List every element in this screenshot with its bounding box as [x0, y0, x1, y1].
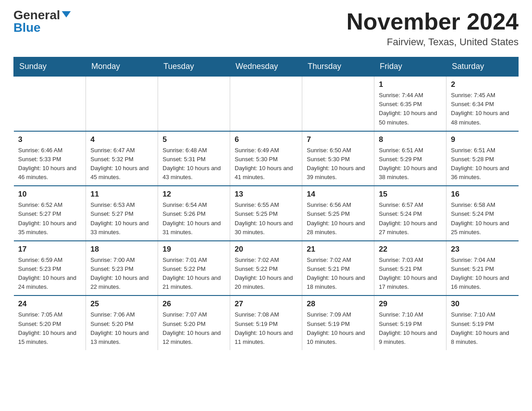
day-info: Sunrise: 7:02 AM Sunset: 5:21 PM Dayligh…: [307, 256, 369, 292]
month-title: November 2024: [347, 9, 519, 34]
title-section: November 2024 Fairview, Texas, United St…: [347, 9, 519, 48]
day-of-week-header: Sunday: [14, 57, 86, 77]
day-info: Sunrise: 7:01 AM Sunset: 5:22 PM Dayligh…: [163, 256, 225, 292]
day-number: 4: [90, 135, 153, 144]
day-info: Sunrise: 7:05 AM Sunset: 5:20 PM Dayligh…: [18, 310, 82, 347]
calendar-day-cell: 14Sunrise: 6:56 AM Sunset: 5:25 PM Dayli…: [302, 186, 374, 241]
day-of-week-header: Saturday: [446, 57, 519, 77]
calendar-day-cell: 20Sunrise: 7:02 AM Sunset: 5:22 PM Dayli…: [230, 241, 302, 296]
calendar-day-cell: 25Sunrise: 7:06 AM Sunset: 5:20 PM Dayli…: [86, 295, 158, 350]
day-info: Sunrise: 6:52 AM Sunset: 5:27 PM Dayligh…: [18, 201, 82, 237]
calendar-day-cell: 3Sunrise: 6:46 AM Sunset: 5:33 PM Daylig…: [14, 131, 86, 186]
location-title: Fairview, Texas, United States: [347, 36, 519, 48]
day-number: 19: [163, 245, 225, 254]
day-number: 17: [18, 245, 82, 254]
day-number: 12: [163, 190, 225, 199]
calendar-day-cell: 15Sunrise: 6:57 AM Sunset: 5:24 PM Dayli…: [374, 186, 446, 241]
day-number: 27: [235, 300, 297, 308]
calendar-week-row: 10Sunrise: 6:52 AM Sunset: 5:27 PM Dayli…: [14, 186, 519, 241]
day-info: Sunrise: 6:54 AM Sunset: 5:26 PM Dayligh…: [163, 201, 225, 237]
page-header: General Blue November 2024 Fairview, Tex…: [13, 9, 519, 48]
day-number: 29: [379, 300, 442, 308]
calendar-day-cell: 18Sunrise: 7:00 AM Sunset: 5:23 PM Dayli…: [86, 241, 158, 296]
calendar-day-cell: [302, 76, 374, 131]
day-number: 11: [90, 190, 153, 199]
day-info: Sunrise: 6:46 AM Sunset: 5:33 PM Dayligh…: [18, 146, 82, 182]
calendar-day-cell: 1Sunrise: 7:44 AM Sunset: 6:35 PM Daylig…: [374, 76, 446, 131]
calendar-day-cell: 5Sunrise: 6:48 AM Sunset: 5:31 PM Daylig…: [158, 131, 230, 186]
day-number: 26: [163, 300, 225, 308]
calendar-table: SundayMondayTuesdayWednesdayThursdayFrid…: [13, 57, 519, 350]
calendar-day-cell: 28Sunrise: 7:09 AM Sunset: 5:19 PM Dayli…: [302, 295, 374, 350]
calendar-day-cell: 29Sunrise: 7:10 AM Sunset: 5:19 PM Dayli…: [374, 295, 446, 350]
logo-blue-text: Blue: [13, 21, 41, 34]
day-number: 16: [451, 190, 514, 199]
calendar-day-cell: 2Sunrise: 7:45 AM Sunset: 6:34 PM Daylig…: [446, 76, 519, 131]
calendar-day-cell: 4Sunrise: 6:47 AM Sunset: 5:32 PM Daylig…: [86, 131, 158, 186]
day-number: 22: [379, 245, 442, 254]
day-info: Sunrise: 7:02 AM Sunset: 5:22 PM Dayligh…: [235, 256, 297, 292]
calendar-week-row: 3Sunrise: 6:46 AM Sunset: 5:33 PM Daylig…: [14, 131, 519, 186]
day-number: 15: [379, 190, 442, 199]
day-number: 2: [451, 80, 514, 89]
calendar-day-cell: 8Sunrise: 6:51 AM Sunset: 5:29 PM Daylig…: [374, 131, 446, 186]
day-info: Sunrise: 7:03 AM Sunset: 5:21 PM Dayligh…: [379, 256, 442, 292]
calendar-day-cell: 13Sunrise: 6:55 AM Sunset: 5:25 PM Dayli…: [230, 186, 302, 241]
day-number: 21: [307, 245, 369, 254]
calendar-day-cell: 26Sunrise: 7:07 AM Sunset: 5:20 PM Dayli…: [158, 295, 230, 350]
day-of-week-header: Monday: [86, 57, 158, 77]
day-info: Sunrise: 7:07 AM Sunset: 5:20 PM Dayligh…: [163, 310, 225, 347]
day-info: Sunrise: 7:45 AM Sunset: 6:34 PM Dayligh…: [451, 91, 514, 127]
day-info: Sunrise: 6:55 AM Sunset: 5:25 PM Dayligh…: [235, 201, 297, 237]
calendar-day-cell: 9Sunrise: 6:51 AM Sunset: 5:28 PM Daylig…: [446, 131, 519, 186]
day-of-week-header: Tuesday: [158, 57, 230, 77]
calendar-day-cell: [230, 76, 302, 131]
calendar-day-cell: 22Sunrise: 7:03 AM Sunset: 5:21 PM Dayli…: [374, 241, 446, 296]
calendar-day-cell: 23Sunrise: 7:04 AM Sunset: 5:21 PM Dayli…: [446, 241, 519, 296]
day-info: Sunrise: 6:50 AM Sunset: 5:30 PM Dayligh…: [307, 146, 369, 182]
calendar-day-cell: [158, 76, 230, 131]
calendar-header-row: SundayMondayTuesdayWednesdayThursdayFrid…: [14, 57, 519, 77]
day-number: 24: [18, 300, 82, 308]
day-number: 7: [307, 135, 369, 144]
day-info: Sunrise: 7:10 AM Sunset: 5:19 PM Dayligh…: [451, 310, 514, 347]
logo: General Blue: [13, 9, 71, 34]
calendar-day-cell: 11Sunrise: 6:53 AM Sunset: 5:27 PM Dayli…: [86, 186, 158, 241]
calendar-week-row: 17Sunrise: 6:59 AM Sunset: 5:23 PM Dayli…: [14, 241, 519, 296]
day-info: Sunrise: 6:51 AM Sunset: 5:28 PM Dayligh…: [451, 146, 514, 182]
day-number: 8: [379, 135, 442, 144]
day-number: 30: [451, 300, 514, 308]
day-number: 14: [307, 190, 369, 199]
day-info: Sunrise: 6:47 AM Sunset: 5:32 PM Dayligh…: [90, 146, 153, 182]
logo-general-text: General: [13, 9, 60, 21]
day-info: Sunrise: 6:57 AM Sunset: 5:24 PM Dayligh…: [379, 201, 442, 237]
calendar-week-row: 1Sunrise: 7:44 AM Sunset: 6:35 PM Daylig…: [14, 76, 519, 131]
calendar-day-cell: 16Sunrise: 6:58 AM Sunset: 5:24 PM Dayli…: [446, 186, 519, 241]
calendar-day-cell: 30Sunrise: 7:10 AM Sunset: 5:19 PM Dayli…: [446, 295, 519, 350]
calendar-day-cell: 19Sunrise: 7:01 AM Sunset: 5:22 PM Dayli…: [158, 241, 230, 296]
day-number: 1: [379, 80, 442, 89]
day-number: 20: [235, 245, 297, 254]
day-info: Sunrise: 7:09 AM Sunset: 5:19 PM Dayligh…: [307, 310, 369, 347]
calendar-day-cell: [86, 76, 158, 131]
calendar-day-cell: 21Sunrise: 7:02 AM Sunset: 5:21 PM Dayli…: [302, 241, 374, 296]
day-number: 23: [451, 245, 514, 254]
day-info: Sunrise: 6:49 AM Sunset: 5:30 PM Dayligh…: [235, 146, 297, 182]
calendar-day-cell: 24Sunrise: 7:05 AM Sunset: 5:20 PM Dayli…: [14, 295, 86, 350]
day-info: Sunrise: 7:10 AM Sunset: 5:19 PM Dayligh…: [379, 310, 442, 347]
day-number: 5: [163, 135, 225, 144]
day-info: Sunrise: 7:00 AM Sunset: 5:23 PM Dayligh…: [90, 256, 153, 292]
day-number: 6: [235, 135, 297, 144]
day-number: 9: [451, 135, 514, 144]
calendar-day-cell: 10Sunrise: 6:52 AM Sunset: 5:27 PM Dayli…: [14, 186, 86, 241]
day-info: Sunrise: 6:56 AM Sunset: 5:25 PM Dayligh…: [307, 201, 369, 237]
day-info: Sunrise: 6:59 AM Sunset: 5:23 PM Dayligh…: [18, 256, 82, 292]
calendar-day-cell: 27Sunrise: 7:08 AM Sunset: 5:19 PM Dayli…: [230, 295, 302, 350]
day-of-week-header: Thursday: [302, 57, 374, 77]
day-number: 28: [307, 300, 369, 308]
calendar-day-cell: 17Sunrise: 6:59 AM Sunset: 5:23 PM Dayli…: [14, 241, 86, 296]
day-info: Sunrise: 6:58 AM Sunset: 5:24 PM Dayligh…: [451, 201, 514, 237]
calendar-day-cell: 12Sunrise: 6:54 AM Sunset: 5:26 PM Dayli…: [158, 186, 230, 241]
day-number: 3: [18, 135, 82, 144]
day-info: Sunrise: 7:44 AM Sunset: 6:35 PM Dayligh…: [379, 91, 442, 127]
